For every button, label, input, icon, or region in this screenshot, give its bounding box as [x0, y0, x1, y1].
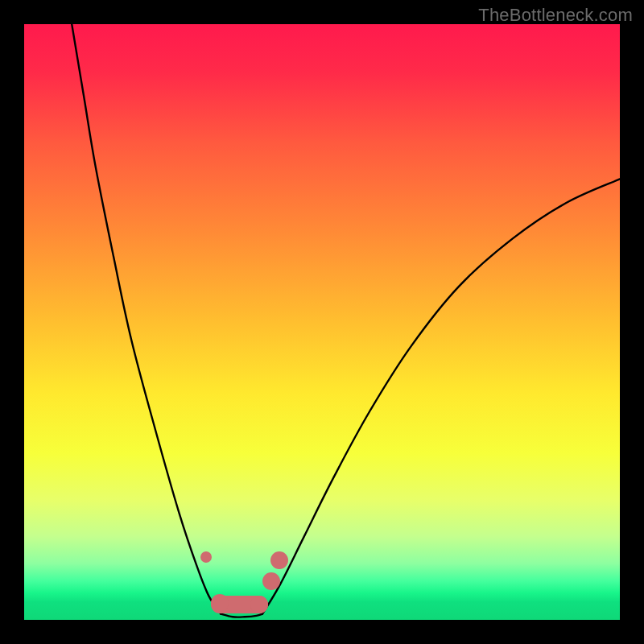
curve-valley-floor — [221, 614, 262, 617]
plot-area — [24, 24, 620, 620]
marker-left-small-dot — [200, 551, 212, 563]
watermark-text: TheBottleneck.com — [478, 5, 633, 26]
chart-stage: TheBottleneck.com — [0, 0, 644, 644]
marker-right-upper — [262, 572, 280, 590]
marker-valley-left — [211, 594, 229, 612]
marker-valley-right — [250, 596, 268, 613]
curve-right-branch — [262, 179, 620, 613]
curve-left-branch — [72, 24, 221, 614]
marker-right-top — [270, 551, 288, 569]
bottleneck-curve — [24, 24, 620, 620]
